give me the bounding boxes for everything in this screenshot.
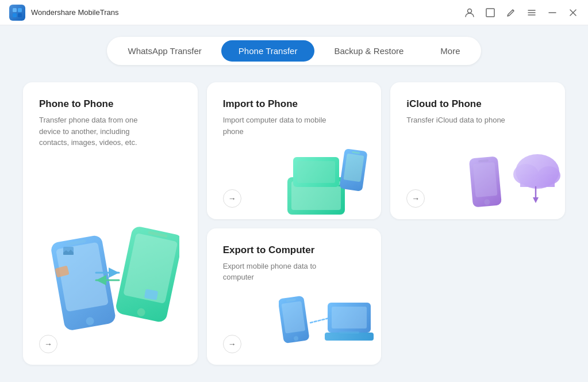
svg-rect-47 (332, 307, 367, 328)
nav-tabs: WhatsApp Transfer Phone Transfer Backup … (107, 37, 481, 65)
svg-rect-1 (18, 8, 22, 12)
svg-rect-2 (13, 13, 17, 17)
card-export-arrow[interactable]: → (223, 335, 241, 353)
export-illustration (279, 285, 376, 360)
svg-rect-48 (325, 333, 374, 341)
titlebar-left: Wondershare MobileTrans (9, 5, 118, 21)
tab-more[interactable]: More (423, 40, 477, 62)
close-button[interactable] (567, 7, 579, 18)
app-title: Wondershare MobileTrans (31, 8, 118, 17)
window-icon[interactable] (485, 7, 496, 18)
tab-backup[interactable]: Backup & Restore (317, 40, 421, 62)
svg-rect-38 (520, 174, 555, 187)
card-export-desc: Export mobile phone data to computer (223, 261, 338, 283)
svg-marker-40 (533, 197, 539, 203)
icloud-illustration (468, 140, 560, 215)
tab-whatsapp[interactable]: WhatsApp Transfer (110, 40, 218, 62)
card-icloud-desc: Transfer iCloud data to phone (406, 114, 521, 126)
card-phone-to-phone-title: Phone to Phone (39, 98, 182, 110)
svg-rect-32 (473, 162, 498, 197)
main-content: WhatsApp Transfer Phone Transfer Backup … (0, 25, 588, 382)
card-export-title: Export to Computer (223, 245, 366, 256)
card-icloud-to-phone[interactable]: iCloud to Phone Transfer iCloud data to … (390, 82, 565, 219)
svg-rect-0 (13, 8, 17, 12)
svg-rect-3 (18, 13, 22, 17)
card-import-title: Import to Phone (223, 98, 366, 110)
menu-icon[interactable] (526, 7, 537, 18)
svg-point-4 (468, 9, 472, 13)
titlebar-controls (464, 7, 579, 18)
card-icloud-arrow[interactable]: → (406, 189, 425, 208)
cards-grid: Phone to Phone Transfer phone data from … (23, 82, 565, 365)
card-import-desc: Import computer data to mobile phone (223, 114, 338, 137)
tab-phone[interactable]: Phone Transfer (221, 40, 315, 62)
card-phone-to-phone[interactable]: Phone to Phone Transfer phone data from … (23, 82, 198, 365)
phone-to-phone-illustration (41, 215, 179, 336)
card-import-to-phone[interactable]: Import to Phone Import computer data to … (207, 82, 382, 219)
card-icloud-title: iCloud to Phone (406, 98, 549, 110)
svg-rect-42 (282, 301, 306, 333)
card-import-arrow[interactable]: → (223, 189, 241, 208)
minimize-button[interactable] (547, 7, 558, 18)
titlebar: Wondershare MobileTrans (0, 0, 588, 25)
edit-icon[interactable] (505, 7, 517, 18)
import-illustration (279, 140, 376, 215)
card-phone-to-phone-arrow[interactable]: → (39, 335, 57, 353)
profile-icon[interactable] (464, 7, 475, 18)
svg-rect-29 (344, 153, 364, 182)
svg-rect-49 (339, 331, 359, 334)
card-export-to-computer[interactable]: Export to Computer Export mobile phone d… (207, 228, 382, 365)
svg-rect-26 (297, 161, 335, 183)
card-phone-to-phone-desc: Transfer phone data from one device to a… (39, 114, 154, 148)
app-logo (9, 5, 25, 21)
svg-rect-5 (486, 9, 494, 17)
